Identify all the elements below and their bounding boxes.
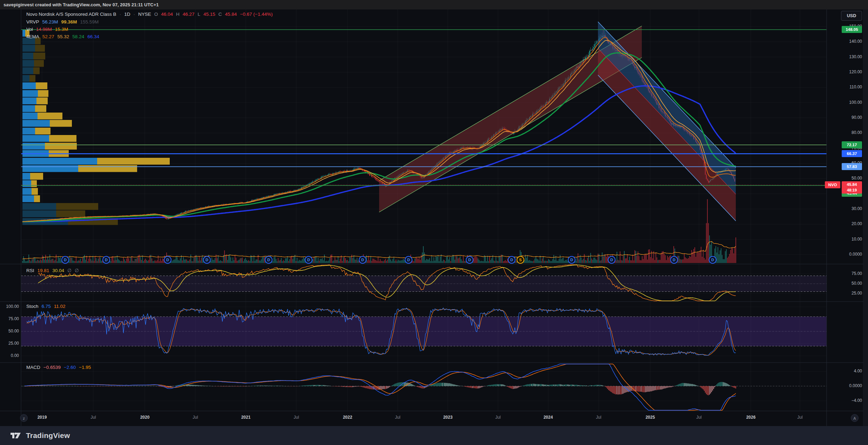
svg-text:D: D — [610, 258, 613, 262]
timeaxis-auto-bubble[interactable]: A — [851, 414, 859, 422]
svg-text:D: D — [407, 258, 410, 262]
legend-macd: MACD−0.6539−2.60−1.95 — [26, 365, 94, 370]
exchange-label: NYSE — [138, 12, 151, 17]
ohlc-value-L: 45.15 — [203, 12, 215, 17]
chart-canvas[interactable]: DDDDDDDDDDDDDDS — [0, 9, 868, 426]
gridlines — [21, 9, 827, 411]
rsi-value-3: ∅ — [75, 268, 79, 273]
indicator-label-vrvp[interactable]: VRVP — [26, 19, 39, 25]
rsi-value-1: 30.04 — [52, 268, 64, 273]
ohlc-value-O: 46.04 — [161, 12, 173, 17]
macd-value-1: −2.60 — [64, 365, 76, 370]
indicator-label-macd[interactable]: MACD — [26, 365, 40, 370]
timeframe-label[interactable]: 1D — [124, 12, 130, 17]
legend-symbol-value: · — [133, 12, 135, 17]
svg-text:D: D — [570, 258, 573, 262]
ohlc-value-C: 45.84 — [225, 12, 237, 17]
ohlc-key-H: H — [176, 12, 180, 17]
indicator-label-vol[interactable]: Vol — [26, 27, 33, 32]
ohlc-key-O: O — [154, 12, 158, 17]
ohlc-key-C: C — [218, 12, 222, 17]
svg-text:D: D — [206, 258, 208, 262]
symbol-title[interactable]: Novo Nordisk A/S Sponsored ADR Class B — [26, 12, 116, 17]
rsi-value-0: 19.81 — [38, 268, 49, 273]
vrvp-value-0: 56.23M — [42, 19, 58, 25]
tradingview-brand-text[interactable]: TradingView — [26, 431, 70, 440]
ema-value-1: 55.32 — [58, 34, 69, 39]
legend-vrvp: VRVP56.23M99.36M155.59M — [26, 19, 102, 25]
ohlc-value-H: 46.27 — [183, 12, 195, 17]
macd-value-0: −0.6539 — [43, 365, 61, 370]
change-value: −0.67 (−1.44%) — [240, 12, 272, 17]
legend-symbol-value: · — [120, 12, 121, 17]
currency-button[interactable]: USD — [841, 11, 862, 21]
svg-text:D: D — [267, 258, 270, 262]
ema-value-3: 66.34 — [87, 34, 99, 39]
svg-text:D: D — [105, 258, 108, 262]
stoch-value-0: 6.75 — [42, 304, 51, 309]
vol-value-1: 15.3M — [55, 27, 68, 32]
stoch-value-1: 11.02 — [54, 304, 66, 309]
legend-stoch: Stoch6.7511.02 — [26, 304, 69, 309]
tradingview-logo-icon[interactable] — [10, 430, 22, 441]
svg-text:D: D — [307, 258, 310, 262]
legend-rsi: RSI19.8130.04∅∅ — [26, 268, 82, 273]
svg-text:D: D — [64, 258, 67, 262]
vrvp-value-1: 99.36M — [61, 19, 77, 25]
svg-text:D: D — [361, 258, 364, 262]
timeaxis-zoom-bubble[interactable]: z — [20, 414, 28, 422]
ema-value-2: 58.24 — [72, 34, 84, 39]
footer-bar: TradingView — [0, 426, 868, 445]
svg-text:D: D — [166, 258, 169, 262]
indicator-bands — [21, 276, 827, 386]
attribution-text: savepiginvest created with TradingView.c… — [4, 2, 159, 7]
indicator-label-ema[interactable]: 4EMA — [26, 34, 39, 39]
volume-profile — [22, 30, 170, 225]
macd-value-2: −1.95 — [79, 365, 91, 370]
svg-text:D: D — [510, 258, 513, 262]
legend-symbol: Novo Nordisk A/S Sponsored ADR Class B·1… — [26, 12, 276, 17]
svg-text:S: S — [519, 258, 522, 262]
rsi-value-2: ∅ — [67, 268, 72, 273]
legend-vol: Vol14.98M15.3M — [26, 27, 71, 32]
macd-pane-series — [22, 364, 736, 410]
vol-value-0: 14.98M — [36, 27, 52, 32]
svg-text:D: D — [468, 258, 471, 262]
vrvp-value-2: 155.59M — [80, 19, 99, 25]
trend-channels[interactable] — [379, 22, 736, 221]
ema-value-0: 52.27 — [42, 34, 54, 39]
svg-text:D: D — [673, 258, 675, 262]
tradingview-chart-app: savepiginvest created with TradingView.c… — [0, 0, 868, 445]
svg-text:D: D — [711, 258, 714, 262]
volume-ma-line — [22, 241, 736, 259]
chart-area: DDDDDDDDDDDDDDS 150.00140.00130.00120.00… — [0, 9, 868, 426]
ohlc-key-L: L — [198, 12, 201, 17]
legend-ema: 4EMA52.2755.3258.2466.34 — [26, 34, 102, 39]
indicator-label-stoch[interactable]: Stoch — [26, 304, 39, 309]
attribution-bar: savepiginvest created with TradingView.c… — [0, 0, 868, 9]
pane-borders — [0, 9, 868, 426]
indicator-label-rsi[interactable]: RSI — [26, 268, 34, 273]
